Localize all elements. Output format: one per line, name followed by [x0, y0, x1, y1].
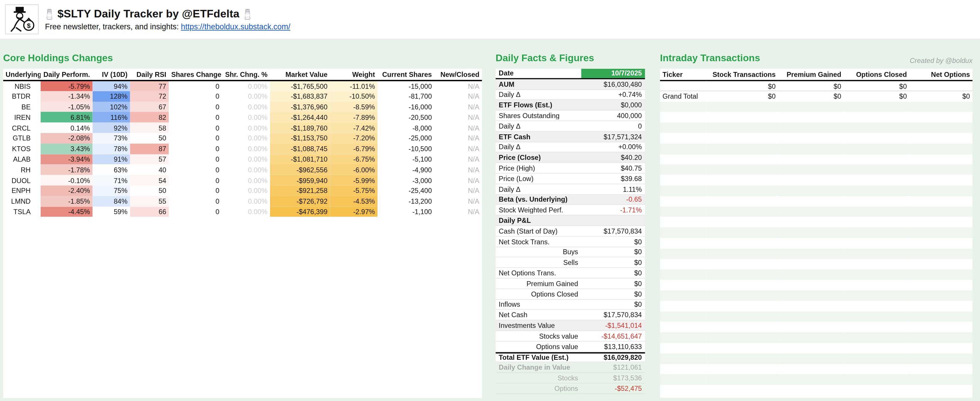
- cell[interactable]: [778, 248, 844, 259]
- rsi-cell[interactable]: 50: [130, 185, 169, 196]
- cell[interactable]: [660, 238, 706, 248]
- market-value-cell[interactable]: -$1,088,745: [270, 144, 330, 154]
- cell[interactable]: [844, 133, 910, 143]
- cell[interactable]: [910, 165, 972, 175]
- fact-value[interactable]: +0.74%: [581, 91, 645, 98]
- market-value-cell[interactable]: -$1,264,440: [270, 112, 330, 122]
- weight-cell[interactable]: -2.97%: [330, 207, 377, 217]
- cell[interactable]: [706, 196, 778, 206]
- new-closed-cell[interactable]: N/A: [434, 185, 482, 196]
- shares-change-cell[interactable]: 0: [169, 81, 222, 91]
- cell[interactable]: [910, 122, 972, 133]
- cell[interactable]: [660, 301, 706, 311]
- rsi-cell[interactable]: 55: [130, 196, 169, 206]
- daily-perform-cell[interactable]: 0.14%: [41, 122, 92, 133]
- iv-cell[interactable]: 91%: [92, 154, 130, 165]
- new-closed-cell[interactable]: N/A: [434, 81, 482, 91]
- cell[interactable]: [660, 385, 706, 395]
- shares-change-cell[interactable]: 0: [169, 154, 222, 165]
- fact-value[interactable]: $16,029,820: [581, 354, 645, 361]
- current-shares-cell[interactable]: -20,500: [377, 112, 434, 122]
- fact-value[interactable]: 0: [581, 122, 645, 130]
- fact-label[interactable]: Net Stock Trans.: [496, 238, 581, 245]
- iv-cell[interactable]: 116%: [92, 112, 130, 122]
- fact-label[interactable]: Price (Low): [496, 175, 581, 182]
- fact-value[interactable]: $0: [581, 269, 645, 277]
- cell[interactable]: $0: [910, 91, 972, 101]
- cell[interactable]: [660, 374, 706, 385]
- holdings-col-header[interactable]: Daily RSI: [130, 69, 169, 81]
- intraday-col-header[interactable]: Net Options: [910, 69, 972, 81]
- cell[interactable]: [660, 343, 706, 353]
- daily-perform-cell[interactable]: -2.40%: [41, 185, 92, 196]
- cell[interactable]: [910, 175, 972, 185]
- cell[interactable]: [660, 81, 706, 91]
- holdings-col-header[interactable]: Market Value: [270, 69, 330, 81]
- fact-label[interactable]: Premium Gained: [496, 280, 581, 287]
- cell[interactable]: [706, 101, 778, 112]
- fact-label[interactable]: AUM: [496, 80, 581, 88]
- cell[interactable]: [706, 227, 778, 238]
- cell[interactable]: [844, 259, 910, 269]
- cell[interactable]: [778, 290, 844, 301]
- fact-label[interactable]: Total ETF Value (Est.): [496, 354, 581, 361]
- cell[interactable]: [706, 322, 778, 332]
- fact-label[interactable]: Buys: [496, 248, 581, 256]
- shares-change-pct-cell[interactable]: 0.00%: [222, 196, 270, 206]
- ticker-cell[interactable]: LMND: [3, 196, 41, 206]
- cell[interactable]: [910, 290, 972, 301]
- cell[interactable]: $0: [778, 81, 844, 91]
- current-shares-cell[interactable]: -1,100: [377, 207, 434, 217]
- cell[interactable]: [778, 217, 844, 227]
- shares-change-pct-cell[interactable]: 0.00%: [222, 133, 270, 143]
- cell[interactable]: Grand Total: [660, 91, 706, 101]
- cell[interactable]: [910, 374, 972, 385]
- cell[interactable]: [910, 332, 972, 343]
- cell[interactable]: $0: [844, 91, 910, 101]
- cell[interactable]: [778, 154, 844, 165]
- cell[interactable]: [706, 185, 778, 196]
- new-closed-cell[interactable]: N/A: [434, 122, 482, 133]
- cell[interactable]: [910, 185, 972, 196]
- iv-cell[interactable]: 59%: [92, 207, 130, 217]
- cell[interactable]: [844, 385, 910, 395]
- fact-value[interactable]: -$14,651,647: [581, 332, 645, 340]
- cell[interactable]: [778, 311, 844, 322]
- rsi-cell[interactable]: 87: [130, 144, 169, 154]
- rsi-cell[interactable]: 67: [130, 101, 169, 112]
- daily-perform-cell[interactable]: 3.43%: [41, 144, 92, 154]
- new-closed-cell[interactable]: N/A: [434, 112, 482, 122]
- cell[interactable]: [660, 112, 706, 122]
- cell[interactable]: [706, 154, 778, 165]
- daily-perform-cell[interactable]: -5.79%: [41, 81, 92, 91]
- cell[interactable]: [910, 144, 972, 154]
- cell[interactable]: [660, 259, 706, 269]
- weight-cell[interactable]: -11.01%: [330, 81, 377, 91]
- cell[interactable]: [910, 81, 972, 91]
- current-shares-cell[interactable]: -8,000: [377, 122, 434, 133]
- shares-change-cell[interactable]: 0: [169, 185, 222, 196]
- holdings-col-header[interactable]: Shares Change: [169, 69, 222, 81]
- cell[interactable]: [660, 165, 706, 175]
- fact-label[interactable]: Daily Δ: [496, 122, 581, 130]
- new-closed-cell[interactable]: N/A: [434, 91, 482, 101]
- cell[interactable]: [910, 196, 972, 206]
- ticker-cell[interactable]: BTDR: [3, 91, 41, 101]
- fact-label[interactable]: Daily Δ: [496, 91, 581, 98]
- ticker-cell[interactable]: IREN: [3, 112, 41, 122]
- daily-perform-cell[interactable]: -1.78%: [41, 165, 92, 175]
- daily-perform-cell[interactable]: -3.94%: [41, 154, 92, 165]
- fact-value[interactable]: +0.00%: [581, 143, 645, 151]
- cell[interactable]: [910, 269, 972, 280]
- ticker-cell[interactable]: GTLB: [3, 133, 41, 143]
- fact-label[interactable]: Daily Change in Value: [496, 364, 581, 371]
- rsi-cell[interactable]: 58: [130, 122, 169, 133]
- cell[interactable]: [706, 175, 778, 185]
- cell[interactable]: [844, 238, 910, 248]
- weight-cell[interactable]: -6.00%: [330, 165, 377, 175]
- daily-perform-cell[interactable]: -2.08%: [41, 133, 92, 143]
- cell[interactable]: [706, 364, 778, 374]
- fact-label[interactable]: Stocks: [496, 374, 581, 382]
- cell[interactable]: [660, 122, 706, 133]
- market-value-cell[interactable]: -$1,376,960: [270, 101, 330, 112]
